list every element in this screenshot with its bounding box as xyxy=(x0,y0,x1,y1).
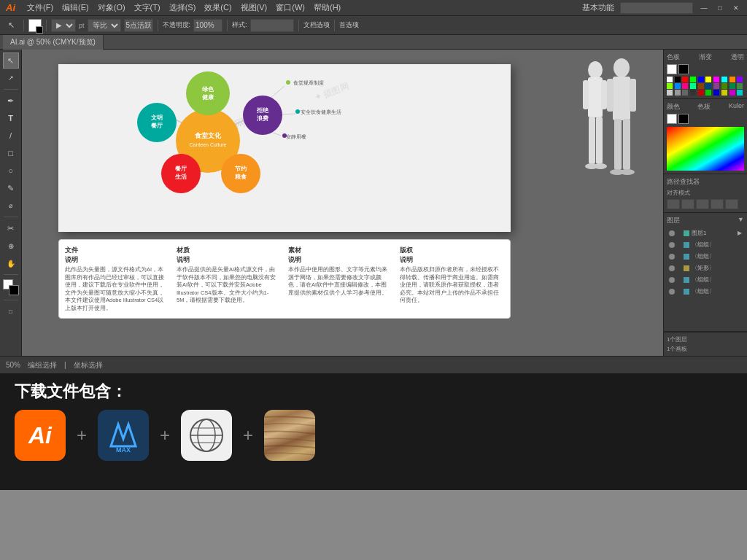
color-swatch[interactable] xyxy=(729,77,735,82)
menu-view[interactable]: 视图(V) xyxy=(241,2,268,13)
fill-box[interactable] xyxy=(28,19,42,32)
svg-text:餐厅: 餐厅 xyxy=(175,166,187,172)
layer-item[interactable]: 〈矩形〉 xyxy=(667,262,744,273)
color-swatch[interactable] xyxy=(721,90,727,96)
layer-visibility[interactable] xyxy=(669,242,675,248)
fill-stroke-indicator[interactable] xyxy=(3,279,19,295)
color-section-title: 色板 渐变 透明 xyxy=(667,52,744,62)
line-tool[interactable]: / xyxy=(3,128,19,144)
color-swatch[interactable] xyxy=(721,83,727,89)
color-swatch[interactable] xyxy=(705,90,711,96)
style-input[interactable] xyxy=(250,19,294,32)
color-swatch[interactable] xyxy=(675,77,681,82)
layer-visibility[interactable] xyxy=(669,289,675,295)
align-center-btn[interactable] xyxy=(681,199,694,209)
layer-visibility[interactable] xyxy=(669,277,675,283)
color-swatch[interactable] xyxy=(737,90,743,96)
minimize-button[interactable]: — xyxy=(699,3,709,13)
color-swatch[interactable] xyxy=(713,83,719,89)
menu-select[interactable]: 选择(S) xyxy=(169,2,196,13)
color-swatch[interactable] xyxy=(667,77,673,82)
blob-tool[interactable]: ⌀ xyxy=(3,198,19,214)
layer-item[interactable]: 〈组组〉 xyxy=(667,251,744,262)
fill-indicator[interactable] xyxy=(667,64,677,74)
zoom-tool[interactable]: ⊕ xyxy=(3,238,19,254)
svg-point-39 xyxy=(594,163,607,169)
svg-text:健康: 健康 xyxy=(201,93,214,101)
layer-item[interactable]: 图层1 ▶ xyxy=(667,228,744,238)
document-tab[interactable]: AI.ai @ 50% (CMYK/预览) xyxy=(3,35,104,50)
color-swatch[interactable] xyxy=(667,90,673,96)
rect-tool[interactable]: □ xyxy=(3,145,19,161)
layer-item[interactable]: 〈组组〉 xyxy=(667,286,744,297)
layer-visibility[interactable] xyxy=(669,230,675,236)
color-swatch[interactable] xyxy=(667,83,673,89)
gradient-bar[interactable] xyxy=(667,127,744,171)
hand-tool[interactable]: ✋ xyxy=(3,255,19,271)
stroke-select[interactable]: ▶ xyxy=(51,19,76,32)
search-input[interactable] xyxy=(620,2,693,14)
color-swatch[interactable] xyxy=(713,77,719,82)
gradient-fill-box[interactable] xyxy=(667,114,677,124)
doc-options-button[interactable]: 文档选项 xyxy=(303,20,330,30)
color-swatch[interactable] xyxy=(675,90,681,96)
maximize-button[interactable]: □ xyxy=(715,3,725,13)
color-swatch[interactable] xyxy=(698,83,704,89)
preferences-button[interactable]: 首选项 xyxy=(339,20,359,30)
ellipse-tool[interactable]: ○ xyxy=(3,163,19,179)
direct-select-tool[interactable]: ↗ xyxy=(3,70,19,86)
menu-help[interactable]: 帮助(H) xyxy=(314,2,341,13)
color-swatch[interactable] xyxy=(729,83,735,89)
layer-item[interactable]: 〈组组〉 xyxy=(667,239,744,250)
color-swatch[interactable] xyxy=(698,77,704,82)
menu-object[interactable]: 对象(O) xyxy=(98,2,125,13)
type-tool[interactable]: T xyxy=(3,110,19,126)
color-swatch[interactable] xyxy=(737,83,743,89)
align-middle-btn[interactable] xyxy=(725,199,738,209)
select-tool-button[interactable]: ↖ xyxy=(3,18,19,34)
arrow-tool[interactable]: ↖ xyxy=(3,52,19,69)
layer-visibility[interactable] xyxy=(669,265,675,271)
opacity-input[interactable] xyxy=(193,19,222,32)
scissors-tool[interactable]: ✂ xyxy=(3,220,19,236)
align-right-btn[interactable] xyxy=(696,199,709,209)
color-swatch[interactable] xyxy=(690,83,696,89)
active-points-input[interactable] xyxy=(124,19,153,32)
stroke-indicator[interactable] xyxy=(678,64,689,74)
layer-visibility[interactable] xyxy=(669,254,675,260)
color-swatch[interactable] xyxy=(698,90,704,96)
color-swatch[interactable] xyxy=(675,83,681,89)
color-swatch[interactable] xyxy=(737,77,743,82)
align-top-btn[interactable] xyxy=(711,199,724,209)
color-section: 色板 渐变 透明 xyxy=(664,50,747,99)
color-swatch[interactable] xyxy=(721,77,727,82)
menu-window[interactable]: 窗口(W) xyxy=(276,2,305,13)
normal-mode[interactable]: □ xyxy=(3,303,19,319)
menu-file[interactable]: 文件(F) xyxy=(27,2,53,13)
gradient-stroke-box[interactable] xyxy=(678,114,689,124)
color-swatch[interactable] xyxy=(729,90,735,96)
brush-tool[interactable]: ✎ xyxy=(3,180,19,196)
wood-icon xyxy=(264,410,315,461)
color-swatch[interactable] xyxy=(705,77,711,82)
svg-point-30 xyxy=(295,109,300,114)
menu-effect[interactable]: 效果(C) xyxy=(204,2,231,13)
layer-expand[interactable]: ▶ xyxy=(738,230,742,236)
color-swatch[interactable] xyxy=(682,90,688,96)
svg-rect-36 xyxy=(589,117,595,164)
close-button[interactable]: ✕ xyxy=(731,3,741,13)
color-swatch[interactable] xyxy=(705,83,711,89)
color-swatch[interactable] xyxy=(690,90,696,96)
menu-edit[interactable]: 编辑(E) xyxy=(62,2,89,13)
align-left-btn[interactable] xyxy=(667,199,680,209)
pen-tool[interactable]: ✒ xyxy=(3,93,19,109)
svg-text:食堂文化: 食堂文化 xyxy=(194,132,222,139)
menu-text[interactable]: 文字(T) xyxy=(134,2,160,13)
layer-item[interactable]: 〈组组〉 xyxy=(667,274,744,285)
ratio-select[interactable]: 等比 xyxy=(88,19,121,32)
color-swatch[interactable] xyxy=(682,83,688,89)
status-info1: 编组选择 xyxy=(28,360,57,370)
color-swatch[interactable] xyxy=(713,90,719,96)
color-swatch[interactable] xyxy=(682,77,688,82)
color-swatch[interactable] xyxy=(690,77,696,82)
